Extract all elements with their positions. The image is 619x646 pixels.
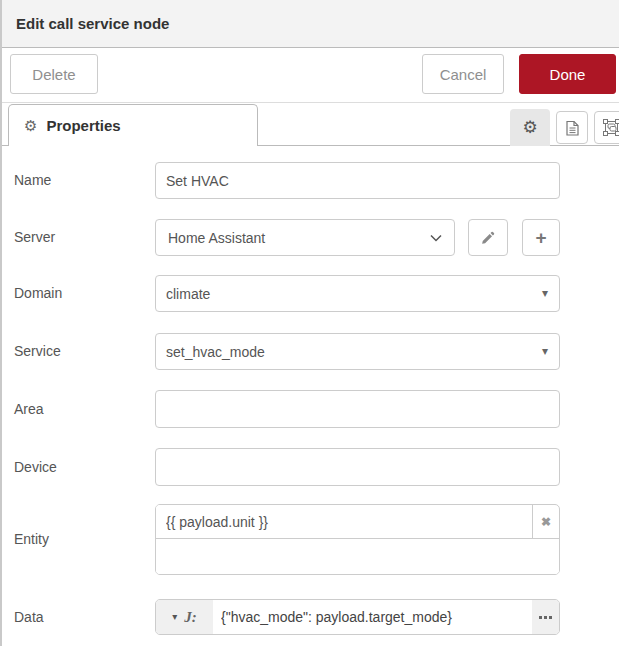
expand-data-editor-button[interactable]	[532, 600, 559, 634]
device-label: Device	[14, 448, 57, 486]
close-icon: ✖	[541, 515, 551, 529]
ellipsis-icon	[544, 616, 547, 619]
entity-row: ✖	[156, 505, 559, 539]
entity-input-empty[interactable]	[156, 539, 559, 575]
delete-button[interactable]: Delete	[10, 54, 98, 94]
node-properties-button[interactable]: ⚙	[510, 109, 550, 146]
tab-properties[interactable]: ⚙ Properties	[8, 104, 258, 146]
data-type-button[interactable]: ▾ J:	[156, 600, 213, 634]
chevron-down-icon	[430, 234, 442, 242]
entity-input[interactable]	[156, 505, 532, 538]
domain-label: Domain	[14, 275, 62, 312]
data-label: Data	[14, 599, 44, 635]
dialog-title: Edit call service node	[16, 15, 169, 32]
device-input[interactable]	[155, 448, 560, 486]
appearance-icon	[603, 119, 619, 136]
caret-down-icon: ▾	[172, 612, 177, 622]
name-label: Name	[14, 162, 51, 199]
ellipsis-icon	[549, 616, 552, 619]
add-server-button[interactable]: +	[522, 219, 560, 256]
edit-call-service-node-dialog: Edit call service node Delete Cancel Don…	[0, 0, 619, 646]
entity-row-empty	[156, 539, 559, 575]
jsonata-expression-icon: J:	[184, 610, 197, 625]
cancel-button[interactable]: Cancel	[422, 54, 504, 94]
plus-icon: +	[535, 228, 546, 247]
node-description-button[interactable]	[556, 111, 588, 144]
gear-icon: ⚙	[522, 119, 537, 136]
area-label: Area	[14, 390, 44, 428]
node-appearance-button[interactable]	[594, 111, 619, 144]
data-typed-input: ▾ J:	[155, 599, 560, 635]
done-button[interactable]: Done	[519, 54, 616, 94]
entity-editable-list: ✖	[155, 504, 560, 575]
remove-entity-button[interactable]: ✖	[532, 505, 559, 538]
server-select[interactable]: Home Assistant	[155, 219, 455, 256]
entity-label: Entity	[14, 504, 49, 575]
document-icon	[565, 120, 580, 136]
pencil-icon	[481, 231, 495, 245]
edit-server-button[interactable]	[468, 219, 508, 256]
gear-icon: ⚙	[24, 118, 37, 133]
tray-left-border	[0, 0, 2, 646]
ellipsis-icon	[539, 616, 542, 619]
server-select-value: Home Assistant	[168, 230, 265, 246]
server-label: Server	[14, 219, 55, 256]
service-input[interactable]	[155, 333, 560, 370]
dialog-header: Edit call service node	[0, 0, 619, 48]
service-label: Service	[14, 333, 61, 370]
domain-input[interactable]	[155, 275, 560, 312]
area-input[interactable]	[155, 390, 560, 428]
data-input[interactable]	[213, 600, 532, 634]
tab-properties-label: Properties	[46, 117, 120, 134]
name-input[interactable]	[155, 162, 560, 199]
tab-bar-top-border	[0, 102, 619, 103]
